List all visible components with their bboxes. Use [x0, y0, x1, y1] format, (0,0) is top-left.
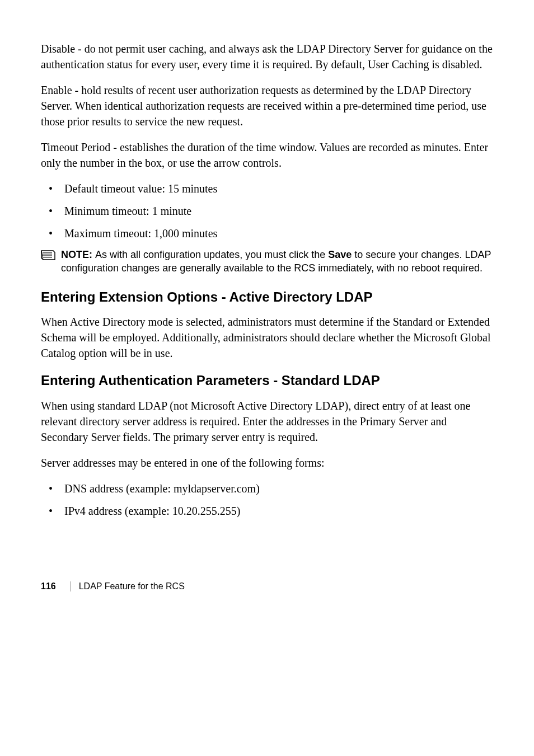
heading-auth-params: Entering Authentication Parameters - Sta… — [41, 371, 493, 390]
address-bullet-list: DNS address (example: myldapserver.com) … — [41, 481, 493, 519]
list-item: Maximum timeout: 1,000 minutes — [41, 226, 493, 241]
page-footer: 116 LDAP Feature for the RCS — [41, 580, 493, 593]
note-text-pre: As with all configuration updates, you m… — [95, 249, 328, 260]
list-item: DNS address (example: myldapserver.com) — [41, 481, 493, 496]
paragraph-enable: Enable - hold results of recent user aut… — [41, 82, 493, 129]
list-item: Minimum timeout: 1 minute — [41, 203, 493, 219]
note-icon — [41, 250, 55, 264]
paragraph-server-addresses: Server addresses may be entered in one o… — [41, 455, 493, 471]
heading-extension-options: Entering Extension Options - Active Dire… — [41, 288, 493, 307]
paragraph-disable: Disable - do not permit user caching, an… — [41, 41, 493, 72]
timeout-bullet-list: Default timeout value: 15 minutes Minimu… — [41, 181, 493, 241]
footer-text: LDAP Feature for the RCS — [79, 580, 185, 593]
page-number: 116 — [41, 580, 56, 593]
note-text: NOTE: As with all configuration updates,… — [61, 248, 493, 275]
note-block: NOTE: As with all configuration updates,… — [41, 248, 493, 275]
footer-divider — [71, 581, 71, 591]
paragraph-timeout: Timeout Period - establishes the duratio… — [41, 139, 493, 171]
note-label: NOTE: — [61, 249, 95, 260]
paragraph-active-directory: When Active Directory mode is selected, … — [41, 314, 493, 361]
list-item: IPv4 address (example: 10.20.255.255) — [41, 503, 493, 519]
list-item: Default timeout value: 15 minutes — [41, 181, 493, 196]
note-save-bold: Save — [328, 249, 352, 260]
paragraph-standard-ldap: When using standard LDAP (not Microsoft … — [41, 398, 493, 445]
